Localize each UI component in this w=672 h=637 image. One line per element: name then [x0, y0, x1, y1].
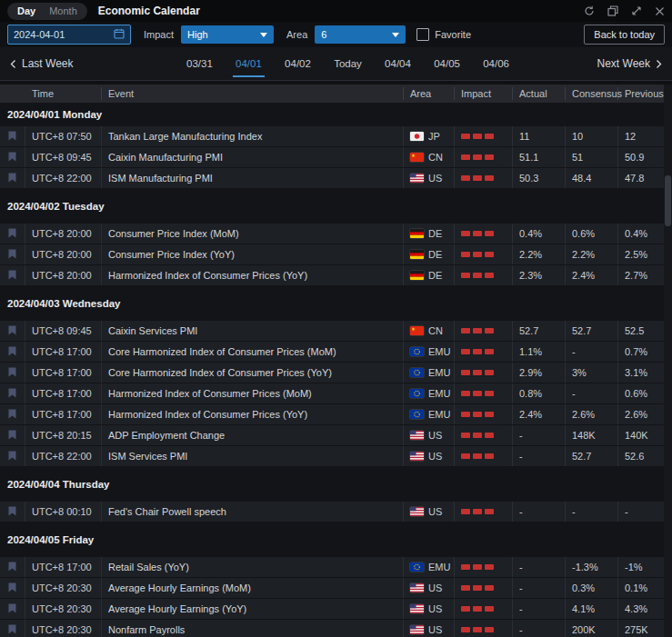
week-day-04-05[interactable]: 04/05: [434, 50, 460, 77]
bookmark-icon[interactable]: [8, 346, 16, 358]
event-row[interactable]: UTC+8 20:00Harmonized Index of Consumer …: [0, 265, 672, 286]
bookmark-icon[interactable]: [8, 152, 16, 164]
favorite-checkbox[interactable]: [416, 28, 429, 41]
bookmark-icon[interactable]: [8, 131, 16, 143]
bookmark-icon[interactable]: [8, 388, 16, 400]
event-row[interactable]: UTC+8 20:00Consumer Price Index (MoM)DE0…: [0, 224, 672, 244]
favorite-label: Favorite: [435, 29, 471, 40]
impact-bars-icon: [461, 349, 494, 354]
event-row[interactable]: UTC+8 17:00Retail Sales (YoY)EMU--1.3%-1…: [0, 557, 672, 578]
popout-icon[interactable]: [607, 5, 618, 16]
event-row[interactable]: UTC+8 17:00Harmonized Index of Consumer …: [0, 404, 672, 425]
bookmark-icon[interactable]: [8, 430, 16, 442]
refresh-icon[interactable]: [584, 5, 595, 16]
tab-day[interactable]: Day: [17, 5, 35, 16]
chevron-down-icon: [392, 33, 399, 37]
bookmark-icon[interactable]: [8, 409, 16, 421]
bookmark-icon[interactable]: [8, 367, 16, 379]
emu-flag-icon: [410, 368, 424, 377]
event-area: US: [404, 578, 455, 598]
tab-month[interactable]: Month: [49, 5, 77, 16]
area-dropdown[interactable]: 6: [315, 25, 406, 44]
event-row[interactable]: UTC+8 20:15ADP Employment ChangeUS-148K1…: [0, 425, 672, 446]
calendar-icon[interactable]: [114, 28, 125, 41]
last-week-button[interactable]: Last Week: [9, 57, 73, 70]
bookmark-icon[interactable]: [8, 173, 16, 184]
event-row[interactable]: UTC+8 07:50Tankan Large Manufacturing In…: [0, 126, 672, 147]
cn-flag-icon: [410, 326, 424, 335]
chevron-left-icon: [9, 59, 17, 69]
event-row[interactable]: UTC+8 00:10Fed's Chair Powell speechUS--…: [0, 502, 672, 523]
date-section: 2024/04/02 TuesdayUTC+8 20:00Consumer Pr…: [0, 189, 672, 286]
week-day-03-31[interactable]: 03/31: [186, 50, 213, 77]
event-row[interactable]: UTC+8 22:00ISM Services PMIUS-52.752.6: [0, 446, 672, 467]
area-code: US: [428, 506, 442, 517]
impact-bars-icon: [461, 134, 494, 139]
impact-bar: [461, 154, 470, 160]
us-flag-icon: [410, 583, 424, 592]
bookmark-icon[interactable]: [8, 562, 16, 573]
week-day-04-06[interactable]: 04/06: [483, 50, 509, 77]
event-area: DE: [404, 244, 455, 264]
expand-icon[interactable]: [631, 5, 642, 16]
us-flag-icon: [410, 625, 424, 634]
bookmark-icon[interactable]: [8, 506, 16, 518]
bookmark-icon[interactable]: [8, 624, 16, 636]
week-day-04-04[interactable]: 04/04: [385, 50, 411, 77]
week-day-04-02[interactable]: 04/02: [285, 50, 311, 77]
event-row[interactable]: UTC+8 22:00ISM Manufacturing PMIUS50.348…: [0, 168, 672, 189]
event-row[interactable]: UTC+8 09:45Caixin Manufacturing PMICN51.…: [0, 147, 672, 168]
bookmark-icon[interactable]: [8, 270, 16, 282]
impact-bar: [461, 273, 470, 278]
week-day-04-01[interactable]: 04/01: [236, 50, 262, 77]
event-name: Caixin Manufacturing PMI: [102, 147, 404, 167]
bookmark-icon[interactable]: [8, 451, 16, 463]
event-actual: 2.4%: [513, 404, 566, 424]
event-impact: [455, 383, 513, 403]
event-row[interactable]: UTC+8 20:30Average Hourly Earnings (MoM)…: [0, 578, 672, 599]
bookmark-icon[interactable]: [8, 582, 16, 594]
date-section-header: 2024/04/02 Tuesday: [0, 189, 672, 224]
event-row[interactable]: UTC+8 20:30Nonfarm PayrollsUS-200K275K: [0, 620, 672, 637]
event-consensus: -: [566, 342, 618, 362]
date-picker-input[interactable]: 2024-04-01: [7, 25, 131, 45]
bookmark-icon[interactable]: [8, 325, 16, 337]
event-row[interactable]: UTC+8 17:00Core Harmonized Index of Cons…: [0, 342, 672, 363]
event-time: UTC+8 09:45: [25, 147, 102, 167]
event-time: UTC+8 22:00: [25, 446, 102, 466]
event-impact: [455, 404, 513, 424]
event-row[interactable]: UTC+8 17:00Harmonized Index of Consumer …: [0, 383, 672, 404]
area-code: EMU: [428, 409, 450, 420]
bookmark-icon[interactable]: [8, 603, 16, 615]
event-impact: [455, 446, 513, 466]
favorite-filter[interactable]: Favorite: [416, 28, 471, 41]
area-code: JP: [428, 131, 440, 142]
bookmark-icon[interactable]: [8, 228, 16, 240]
event-consensus: -1.3%: [566, 557, 618, 577]
header-cell-actual: Actual: [513, 87, 566, 100]
back-to-today-button[interactable]: Back to today: [584, 25, 665, 45]
impact-bar: [461, 252, 470, 257]
event-time: UTC+8 17:00: [25, 404, 102, 424]
event-row[interactable]: UTC+8 09:45Caixin Services PMICN52.752.7…: [0, 321, 672, 342]
impact-label: Impact: [144, 29, 174, 40]
bookmark-cell: [0, 224, 25, 244]
title-bar: Day Month Economic Calendar: [0, 0, 672, 22]
bookmark-icon[interactable]: [8, 249, 16, 261]
close-icon[interactable]: [655, 6, 665, 16]
bookmark-cell: [0, 502, 25, 522]
next-week-button[interactable]: Next Week: [597, 57, 663, 70]
event-actual: 1.1%: [513, 342, 566, 362]
event-consensus: 2.2%: [566, 244, 618, 264]
impact-bars-icon: [461, 585, 494, 591]
vertical-scrollbar[interactable]: [664, 85, 672, 637]
week-day-today[interactable]: Today: [334, 50, 362, 77]
impact-dropdown[interactable]: High: [181, 25, 274, 44]
date-section: 2024/04/03 WednesdayUTC+8 09:45Caixin Se…: [0, 286, 672, 467]
event-area: JP: [404, 126, 455, 146]
scrollbar-thumb[interactable]: [665, 175, 671, 226]
event-row[interactable]: UTC+8 20:00Consumer Price Index (YoY)DE2…: [0, 244, 672, 265]
event-impact: [455, 321, 513, 341]
event-row[interactable]: UTC+8 17:00Core Harmonized Index of Cons…: [0, 363, 672, 383]
event-row[interactable]: UTC+8 20:30Average Hourly Earnings (YoY)…: [0, 599, 672, 620]
